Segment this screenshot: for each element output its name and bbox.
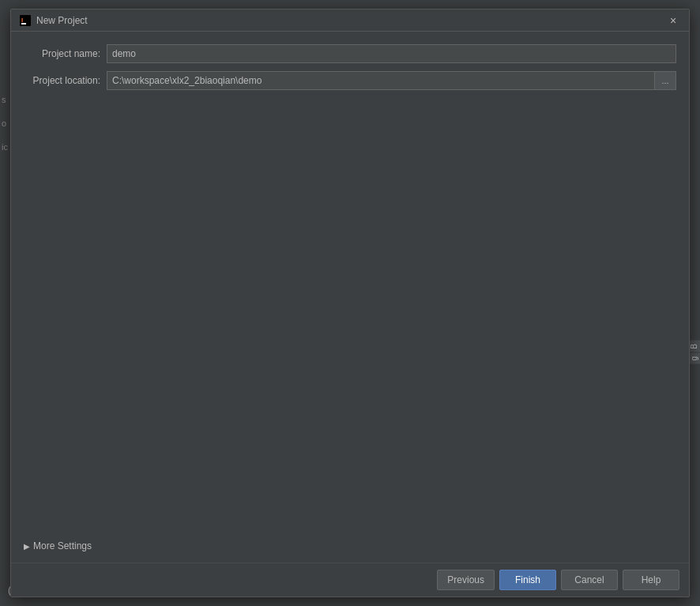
project-name-row: Project name: [24, 44, 676, 63]
dialog-main-area [24, 98, 676, 534]
intellij-icon: I [19, 14, 32, 27]
project-location-label: Project location: [24, 75, 107, 86]
new-project-dialog: I New Project × Project name: Project lo… [10, 9, 690, 597]
finish-button[interactable]: Finish [499, 570, 556, 590]
dialog-title-left: I New Project [19, 14, 88, 27]
project-location-input[interactable] [107, 71, 654, 90]
dialog-footer: Previous Finish Cancel Help [11, 563, 689, 597]
dialog-title-text: New Project [36, 15, 88, 26]
browse-button[interactable]: ... [654, 71, 676, 90]
svg-text:I: I [21, 17, 23, 24]
dialog-titlebar: I New Project × [11, 9, 689, 32]
help-button[interactable]: Help [623, 570, 679, 590]
dialog-overlay: I New Project × Project name: Project lo… [0, 0, 700, 606]
cancel-button[interactable]: Cancel [561, 570, 618, 590]
more-settings-toggle[interactable]: ▶ More Settings [24, 534, 676, 555]
project-name-label: Project name: [24, 48, 107, 59]
previous-button[interactable]: Previous [437, 570, 495, 590]
dialog-content: Project name: Project location: ... ▶ Mo… [11, 32, 689, 563]
dialog-close-button[interactable]: × [665, 13, 681, 28]
more-settings-arrow-icon: ▶ [24, 542, 30, 551]
more-settings-label: More Settings [33, 540, 92, 551]
project-location-field-group: ... [107, 71, 676, 90]
project-location-row: Project location: ... [24, 71, 676, 90]
project-name-input[interactable] [107, 44, 676, 63]
